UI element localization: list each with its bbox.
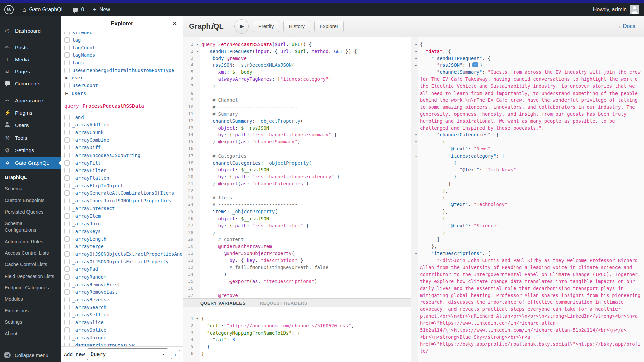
- checkbox[interactable]: [64, 335, 70, 340]
- explorer-field[interactable]: _arrayGenerateAllCombinationsOfItems: [64, 189, 183, 197]
- code-line[interactable]: 36: [183, 285, 411, 292]
- submenu-item-settings[interactable]: Settings: [0, 316, 60, 328]
- user-avatar[interactable]: [630, 5, 639, 14]
- submenu-item-about[interactable]: About: [0, 328, 60, 339]
- fold-toggle-icon[interactable]: ▾: [195, 48, 200, 55]
- checkbox[interactable]: [64, 221, 70, 226]
- query-variables-editor[interactable]: 1▾{2 "url": "https://audioboom.com/chann…: [183, 307, 411, 362]
- query-name-input[interactable]: ProcessPodcastRSSData: [83, 103, 177, 110]
- code-line[interactable]: 20 by: { path: "rss.channel.itunes:categ…: [183, 173, 411, 180]
- explorer-field[interactable]: _arrayUnique: [64, 334, 183, 342]
- code-line[interactable]: 12 channelSummary: _objectProperty(: [183, 118, 411, 125]
- code-line[interactable]: 29 # content: [183, 236, 411, 243]
- explorer-field[interactable]: tagCount: [64, 44, 183, 51]
- explorer-field[interactable]: _arrayEncodeAsJSONString: [64, 152, 183, 159]
- explorer-field[interactable]: _and: [64, 113, 183, 121]
- sidebar-item-gato-graphql[interactable]: ✡Gato GraphQL: [0, 157, 61, 169]
- code-line[interactable]: 2 "url": "https://audioboom.com/channels…: [183, 322, 411, 329]
- code-line[interactable]: 25 items: _objectProperty(: [183, 208, 411, 215]
- explorer-field[interactable]: tag: [64, 36, 183, 44]
- explorer-field[interactable]: ▶users: [64, 89, 183, 97]
- checkbox[interactable]: [64, 206, 70, 211]
- checkbox[interactable]: [64, 153, 70, 158]
- explorer-field[interactable]: _arrayRemoveFirst: [64, 281, 183, 288]
- checkbox[interactable]: [64, 137, 70, 143]
- checkbox[interactable]: [64, 312, 70, 317]
- code-line[interactable]: 3 "categoryMappingFromNameToIDs": {: [183, 329, 411, 337]
- sidebar-item-plugins[interactable]: ⚡Plugins: [0, 107, 61, 119]
- checkbox[interactable]: [64, 297, 70, 302]
- query-editor[interactable]: 1▾query FetchPodcastRSSData($url: URL!) …: [183, 37, 411, 298]
- code-line[interactable]: 10 # ----------------------------: [183, 104, 411, 111]
- fold-toggle-icon[interactable]: ▾: [413, 55, 419, 62]
- add-operation-button[interactable]: +: [171, 350, 180, 359]
- explorer-field-list[interactable]: siteURLtagtagCounttagNamestagsuseGutenbe…: [61, 32, 183, 347]
- code-line[interactable]: 26 object: $__rssJSON: [183, 215, 411, 222]
- submenu-item-field-deprecation-lists[interactable]: Field Deprecation Lists: [0, 270, 60, 282]
- checkbox[interactable]: [64, 83, 70, 88]
- code-line[interactable]: 13 object: $__rssJSON: [183, 125, 411, 132]
- tab-request-headers[interactable]: REQUEST HEADERS: [260, 301, 307, 306]
- code-line[interactable]: 28 ): [183, 229, 411, 236]
- fold-toggle-icon[interactable]: ▾: [195, 41, 200, 48]
- checkbox[interactable]: [64, 32, 70, 35]
- checkbox[interactable]: [64, 305, 70, 310]
- explorer-field[interactable]: _arrayJoin: [64, 220, 183, 228]
- fold-toggle-icon[interactable]: ▾: [413, 41, 419, 48]
- explorer-field[interactable]: tagNames: [64, 51, 183, 59]
- explorer-field[interactable]: _arrayReverse: [64, 296, 183, 304]
- checkbox[interactable]: [64, 160, 70, 166]
- submenu-item-endpoint-categories[interactable]: Endpoint Categories: [0, 282, 60, 293]
- checkbox[interactable]: [64, 282, 70, 287]
- sidebar-item-settings[interactable]: ⚙Settings: [0, 144, 61, 157]
- code-line[interactable]: 33 # failIfNonExistingKeyOrPath: false: [183, 264, 411, 271]
- checkbox[interactable]: [64, 183, 70, 188]
- explorer-field[interactable]: userCount: [64, 82, 183, 89]
- caret-icon[interactable]: ▶: [64, 76, 69, 80]
- fold-toggle-icon[interactable]: ▸: [413, 62, 419, 69]
- code-line[interactable]: 37 @remove: [183, 292, 411, 298]
- code-line[interactable]: 34 ): [183, 271, 411, 278]
- code-line[interactable]: 16: [183, 145, 411, 153]
- code-line[interactable]: 4 rssJSON: _strDecodeXMLAsJSON(: [183, 62, 411, 69]
- comments-menu[interactable]: 0: [68, 3, 88, 16]
- history-button[interactable]: History: [283, 21, 310, 32]
- explorer-field[interactable]: _arrayDiff: [64, 144, 183, 152]
- submenu-item-extensions[interactable]: Extensions: [0, 305, 60, 316]
- submenu-item-modules[interactable]: Modules: [0, 293, 60, 305]
- checkbox[interactable]: [64, 190, 70, 196]
- sidebar-item-pages[interactable]: ⧉Pages: [0, 66, 61, 78]
- add-new-select[interactable]: Query ▾: [87, 348, 168, 360]
- docs-link[interactable]: ‹ Docs: [619, 23, 635, 30]
- explorer-field[interactable]: _arraySetItem: [64, 311, 183, 319]
- code-line[interactable]: 6 alwaysArrayTagNames: ["itunes:category…: [183, 76, 411, 83]
- checkbox[interactable]: [64, 45, 70, 50]
- code-line[interactable]: 24 # ----------------------------: [183, 201, 411, 208]
- checkbox[interactable]: [64, 145, 70, 150]
- sidebar-item-users[interactable]: Users: [0, 119, 61, 132]
- explorer-field[interactable]: _arrayChunk: [64, 129, 183, 136]
- fold-toggle-icon[interactable]: ▾: [413, 48, 419, 55]
- prettify-button[interactable]: Prettify: [253, 21, 279, 32]
- submenu-item-automation-rules[interactable]: Automation Rules: [0, 236, 60, 247]
- checkbox[interactable]: [64, 52, 70, 58]
- sidebar-item-posts[interactable]: ✏Posts: [0, 41, 61, 54]
- explorer-field[interactable]: _arrayRandom: [64, 273, 183, 281]
- code-line[interactable]: 3 body @remove: [183, 55, 411, 62]
- checkbox[interactable]: [64, 60, 70, 65]
- code-line[interactable]: 17 # Categories: [183, 153, 411, 160]
- explorer-close-icon[interactable]: ✕: [172, 20, 177, 27]
- code-line[interactable]: 5 }: [183, 343, 411, 350]
- explorer-field[interactable]: _arrayOfJSONObjectsExtractProperty: [64, 258, 183, 265]
- checkbox[interactable]: [64, 289, 70, 295]
- explorer-field[interactable]: _dataMatrixOutputAsCSV: [64, 342, 183, 347]
- submenu-item-graphiql[interactable]: GraphiQL: [0, 172, 60, 183]
- checkbox[interactable]: [64, 168, 70, 173]
- code-line[interactable]: 30 @underEachArrayItem: [183, 243, 411, 250]
- checkbox[interactable]: [64, 236, 70, 242]
- caret-icon[interactable]: ▶: [64, 91, 69, 95]
- explorer-field[interactable]: useGutenbergEditorWithCustomPostType: [64, 66, 183, 74]
- code-line[interactable]: 2▾ _sendHTTPRequest(input: { url: $url, …: [183, 48, 411, 55]
- checkbox[interactable]: [64, 130, 70, 135]
- tab-query-variables[interactable]: QUERY VARIABLES: [200, 301, 246, 306]
